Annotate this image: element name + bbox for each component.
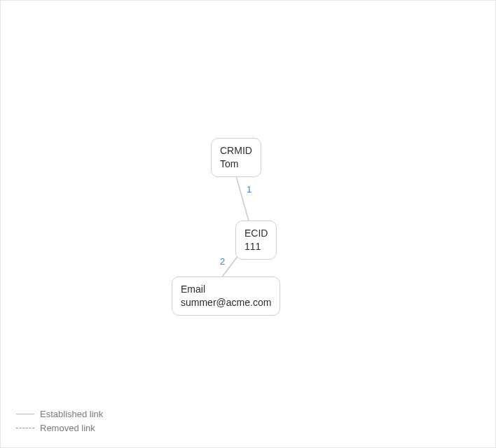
- legend: Established link Removed link: [16, 407, 103, 435]
- legend-line-solid-icon: [16, 414, 34, 414]
- legend-line-dashed-icon: [16, 428, 34, 428]
- legend-removed: Removed link: [16, 421, 103, 435]
- legend-established: Established link: [16, 407, 103, 421]
- node-type: CRMID: [220, 144, 252, 158]
- node-type: ECID: [244, 227, 268, 240]
- node-value: Tom: [220, 158, 252, 171]
- edge-label-1: 1: [247, 184, 252, 195]
- identity-graph-canvas: 1 2 CRMID Tom ECID 111 Email summer@acme…: [0, 0, 496, 448]
- node-value: 111: [244, 240, 268, 253]
- legend-label: Removed link: [40, 423, 95, 433]
- edge-label-2: 2: [220, 256, 225, 267]
- legend-label: Established link: [40, 409, 103, 419]
- node-crmid[interactable]: CRMID Tom: [211, 138, 261, 177]
- node-type: Email: [181, 283, 271, 296]
- node-ecid[interactable]: ECID 111: [235, 220, 277, 260]
- node-value: summer@acme.com: [181, 296, 271, 309]
- node-email[interactable]: Email summer@acme.com: [172, 276, 280, 316]
